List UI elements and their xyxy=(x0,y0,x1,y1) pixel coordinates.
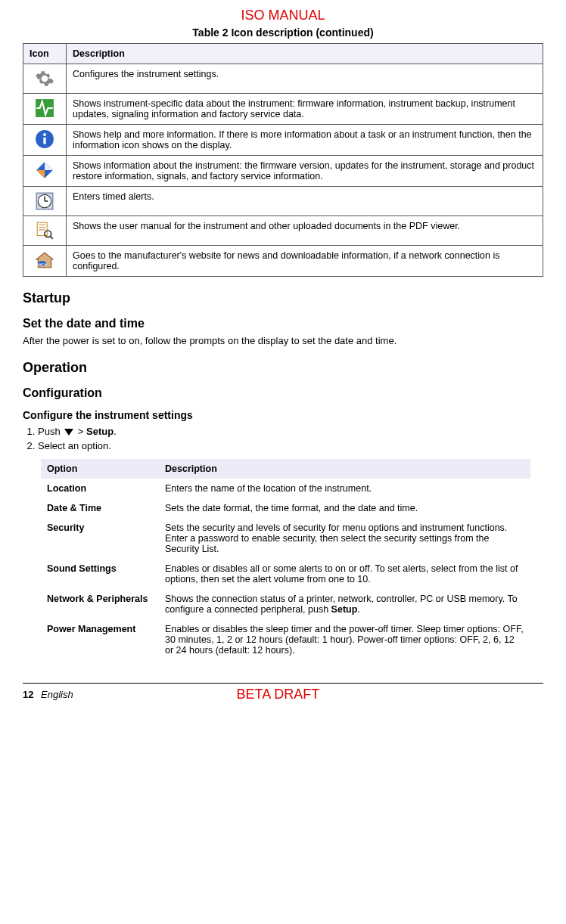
page-number: 12 xyxy=(23,689,33,700)
heading-startup: Startup xyxy=(23,290,543,306)
col-icon: Icon xyxy=(23,44,67,64)
table-row: Location Enters the name of the location… xyxy=(41,479,530,498)
opt-name: Date & Time xyxy=(41,498,159,518)
beta-draft-label: BETA DRAFT xyxy=(73,687,483,702)
heading-operation: Operation xyxy=(23,360,543,376)
svg-rect-2 xyxy=(43,138,45,144)
opt-desc-bold: Setup xyxy=(331,604,358,615)
svg-marker-5 xyxy=(45,162,53,170)
down-triangle-icon xyxy=(64,429,73,436)
heading-set-date-time: Set the date and time xyxy=(23,317,543,330)
row-desc: Enters timed alerts. xyxy=(67,187,543,216)
row-desc: Shows the user manual for the instrument… xyxy=(67,216,543,246)
icon-description-table: Icon Description Configures the instrume… xyxy=(23,43,543,277)
svg-line-16 xyxy=(51,237,53,239)
opt-desc: Sets the security and levels of security… xyxy=(159,518,530,559)
table-row: Shows instrument-specific data about the… xyxy=(23,94,543,125)
table-row: Power Management Enables or disables the… xyxy=(41,619,530,660)
step-1-end: . xyxy=(114,426,117,437)
opt-name: Location xyxy=(41,479,159,498)
opt-desc: Enables or disables the sleep timer and … xyxy=(159,619,530,660)
opt-desc-post: . xyxy=(357,604,359,615)
table-row: HACH Goes to the manufacturer's website … xyxy=(23,246,543,277)
opt-name: Security xyxy=(41,518,159,559)
opt-name: Network & Peripherals xyxy=(41,589,159,619)
table-row: Security Sets the security and levels of… xyxy=(41,518,530,559)
col-description: Description xyxy=(67,44,543,64)
table-row: Shows help and more information. If ther… xyxy=(23,125,543,156)
activity-icon xyxy=(30,98,60,118)
info-icon xyxy=(30,129,60,149)
row-desc: Shows instrument-specific data about the… xyxy=(67,94,543,125)
diamond-icon xyxy=(30,160,60,180)
col-description: Description xyxy=(159,459,530,479)
heading-configure-settings: Configure the instrument settings xyxy=(23,409,543,421)
table-row: Enters timed alerts. xyxy=(23,187,543,216)
gear-icon xyxy=(30,69,60,88)
table-row: Network & Peripherals Shows the connecti… xyxy=(41,589,530,619)
set-date-time-body: After the power is set to on, follow the… xyxy=(23,335,543,346)
home-icon: HACH xyxy=(30,250,60,270)
step-1-text-pre: Push xyxy=(38,426,63,437)
opt-desc: Sets the date format, the time format, a… xyxy=(159,498,530,518)
row-desc: Configures the instrument settings. xyxy=(67,64,543,94)
page-footer: 12 English BETA DRAFT xyxy=(23,683,543,702)
clock-icon xyxy=(30,191,60,211)
row-desc: Shows help and more information. If ther… xyxy=(67,125,543,156)
svg-rect-11 xyxy=(37,222,47,235)
svg-point-3 xyxy=(43,133,46,136)
table-row: Shows the user manual for the instrument… xyxy=(23,216,543,246)
opt-desc: Enters the name of the location of the i… xyxy=(159,479,530,498)
table-caption: Table 2 Icon description (continued) xyxy=(23,26,543,39)
table-row: Date & Time Sets the date format, the ti… xyxy=(41,498,530,518)
iso-manual-header: ISO MANUAL xyxy=(23,8,543,23)
table-row: Sound Settings Enables or disables all o… xyxy=(41,559,530,589)
col-option: Option xyxy=(41,459,159,479)
step-1-text-post: > xyxy=(75,426,86,437)
option-table: Option Description Location Enters the n… xyxy=(41,459,530,660)
row-desc: Goes to the manufacturer's website for n… xyxy=(67,246,543,277)
opt-name: Sound Settings xyxy=(41,559,159,589)
opt-desc: Enables or disables all or some alerts t… xyxy=(159,559,530,589)
table-row: Shows information about the instrument: … xyxy=(23,156,543,187)
step-1: Push > Setup. xyxy=(38,426,543,437)
page-language: English xyxy=(41,689,73,700)
svg-marker-6 xyxy=(36,170,45,178)
table-row: Configures the instrument settings. xyxy=(23,64,543,94)
steps-list: Push > Setup. Select an option. xyxy=(23,426,543,451)
svg-text:HACH: HACH xyxy=(38,262,47,266)
opt-name: Power Management xyxy=(41,619,159,660)
document-search-icon xyxy=(30,221,60,240)
row-desc: Shows information about the instrument: … xyxy=(67,156,543,187)
opt-desc: Shows the connection status of a printer… xyxy=(159,589,530,619)
step-2: Select an option. xyxy=(38,440,543,451)
heading-configuration: Configuration xyxy=(23,386,543,400)
step-1-bold: Setup xyxy=(86,426,114,437)
